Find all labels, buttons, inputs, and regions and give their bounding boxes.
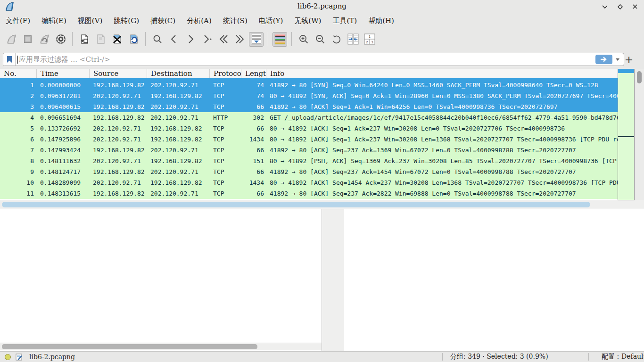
packet-row[interactable]: 2 0.096317281 202.120.92.71 192.168.129.… — [0, 90, 618, 101]
restart-capture-button[interactable] — [37, 32, 51, 47]
menu-item[interactable]: 无线(W) — [293, 16, 322, 26]
start-capture-button[interactable] — [4, 32, 18, 47]
double-chevron-right-icon — [234, 34, 246, 44]
packet-list-horizontal-scrollbar[interactable] — [0, 200, 644, 209]
packet-row[interactable]: 4 0.096651694 192.168.129.82 202.120.92.… — [0, 112, 618, 123]
capture-comment-icon[interactable] — [16, 354, 23, 361]
chevron-left-icon — [169, 34, 179, 44]
intelligent-scrollbar-minimap[interactable] — [618, 69, 635, 200]
open-file-button[interactable] — [77, 32, 91, 47]
menu-item[interactable]: 编辑(E) — [41, 16, 67, 26]
toolbar-separator — [268, 32, 268, 46]
save-file-button[interactable] — [93, 32, 108, 47]
last-packet-button[interactable] — [232, 32, 247, 47]
maximize-button[interactable] — [615, 2, 625, 11]
first-packet-button[interactable] — [216, 32, 231, 47]
go-to-packet-button[interactable] — [199, 32, 214, 47]
find-packet-button[interactable] — [150, 32, 165, 47]
display-filter-input[interactable]: 应用显示过滤器 ... <Ctrl-/> — [3, 53, 624, 66]
reset-zoom-icon — [331, 33, 342, 45]
filter-text-area[interactable]: 应用显示过滤器 ... <Ctrl-/> — [16, 53, 595, 66]
close-button[interactable] — [630, 2, 640, 11]
arrow-right-icon — [600, 57, 608, 62]
reload-file-button[interactable] — [126, 32, 141, 47]
layout-icon: 1 2 3 — [363, 33, 376, 45]
packet-row[interactable]: 9 0.148124717 192.168.129.82 202.120.92.… — [0, 166, 618, 177]
packet-row[interactable]: 7 0.147993424 192.168.129.82 202.120.92.… — [0, 145, 618, 156]
capture-options-button[interactable] — [53, 32, 68, 47]
menu-item[interactable]: 统计(S) — [222, 16, 248, 26]
colorize-button[interactable] — [272, 32, 287, 47]
zoom-out-button[interactable] — [313, 32, 327, 47]
add-filter-button[interactable]: + — [623, 53, 635, 66]
double-chevron-left-icon — [218, 34, 229, 44]
toolbar-separator — [72, 32, 73, 46]
open-file-icon — [79, 33, 90, 45]
packet-row[interactable]: 5 0.133726692 202.120.92.71 192.168.129.… — [0, 123, 618, 134]
menu-item[interactable]: 帮助(H) — [367, 16, 395, 26]
minimap-packet-mark — [618, 136, 634, 137]
layout-button[interactable]: 1 2 3 — [362, 32, 377, 47]
column-header-length[interactable]: Length — [241, 69, 266, 78]
column-header-protocol[interactable]: Protocol — [210, 69, 241, 78]
zoom-original-button[interactable] — [329, 32, 344, 47]
column-header-source[interactable]: Source — [90, 69, 147, 78]
menu-item[interactable]: 视图(V) — [77, 16, 104, 26]
scrollbar-thumb[interactable] — [2, 344, 257, 349]
menu-item[interactable]: 跳转(G) — [113, 16, 140, 26]
status-packet-counts: 分组: 349 · Selected: 3 (0.9%) — [450, 353, 548, 361]
packet-bytes-pane[interactable] — [344, 209, 644, 352]
menu-item[interactable]: 捕获(C) — [149, 16, 176, 26]
diamond-icon — [617, 4, 623, 10]
status-separator — [442, 353, 443, 361]
column-header-info[interactable]: Info — [266, 69, 618, 78]
status-profile[interactable]: 配置：Default — [602, 353, 644, 361]
packet-list: No. Time Source Destination Protocol Len… — [0, 69, 618, 200]
packet-row[interactable]: 3 0.096400615 192.168.129.82 202.120.92.… — [0, 101, 618, 112]
filter-bookmark-button[interactable] — [3, 53, 16, 66]
previous-packet-button[interactable] — [166, 32, 181, 47]
packet-list-vertical-scrollbar[interactable] — [635, 69, 644, 208]
close-file-button[interactable] — [110, 32, 124, 47]
resize-columns-icon — [347, 33, 359, 45]
details-horizontal-scrollbar[interactable] — [0, 343, 322, 350]
expert-info-icon[interactable] — [5, 354, 11, 360]
column-header-destination[interactable]: Destination — [147, 69, 210, 78]
main-toolbar: 1 2 3 — [0, 28, 644, 50]
resize-columns-button[interactable] — [346, 32, 360, 47]
minimize-button[interactable] — [600, 2, 610, 11]
chevron-down-icon — [602, 5, 608, 9]
packet-row[interactable]: 1 0.000000000 192.168.129.82 202.120.92.… — [0, 80, 618, 90]
save-file-icon — [95, 33, 107, 45]
filter-dropdown-button[interactable] — [613, 53, 622, 66]
menu-bar: 文件(F)编辑(E)视图(V)跳转(G)捕获(C)分析(A)统计(S)电话(Y)… — [0, 13, 644, 28]
packet-row[interactable]: 11 0.148313615 192.168.129.82 202.120.92… — [0, 188, 618, 199]
chevron-right-dot-icon — [201, 34, 213, 44]
menu-item[interactable]: 电话(Y) — [258, 16, 284, 26]
apply-filter-button[interactable] — [595, 55, 612, 64]
menu-item[interactable]: 分析(A) — [186, 16, 213, 26]
column-header-time[interactable]: Time — [37, 69, 90, 78]
detail-panes — [0, 209, 644, 351]
zoom-in-button[interactable] — [296, 32, 311, 47]
packet-row[interactable]: 6 0.147925896 202.120.92.71 192.168.129.… — [0, 134, 618, 145]
status-separator — [588, 353, 589, 361]
status-bar: lib6-2.pcapng 分组: 349 · Selected: 3 (0.9… — [0, 351, 644, 362]
packet-row[interactable]: 8 0.148111632 202.120.92.71 192.168.129.… — [0, 156, 618, 166]
close-icon — [632, 4, 638, 9]
stop-capture-button[interactable] — [20, 32, 35, 47]
packet-row[interactable]: 10 0.148289099 202.120.92.71 192.168.129… — [0, 177, 618, 188]
column-header-no[interactable]: No. — [0, 69, 37, 78]
reload-file-icon — [128, 33, 140, 45]
status-file-name[interactable]: lib6-2.pcapng — [29, 353, 75, 361]
svg-text:2: 2 — [366, 41, 368, 44]
menu-item[interactable]: 文件(F) — [5, 16, 31, 26]
scrollbar-thumb[interactable] — [2, 202, 590, 207]
toolbar-separator — [291, 32, 292, 46]
svg-text:1: 1 — [368, 35, 370, 39]
next-packet-button[interactable] — [183, 32, 198, 47]
packet-details-pane[interactable] — [0, 209, 322, 352]
auto-scroll-button[interactable] — [249, 32, 264, 47]
menu-item[interactable]: 工具(T) — [331, 16, 358, 26]
scrollbar-thumb[interactable] — [637, 71, 642, 83]
